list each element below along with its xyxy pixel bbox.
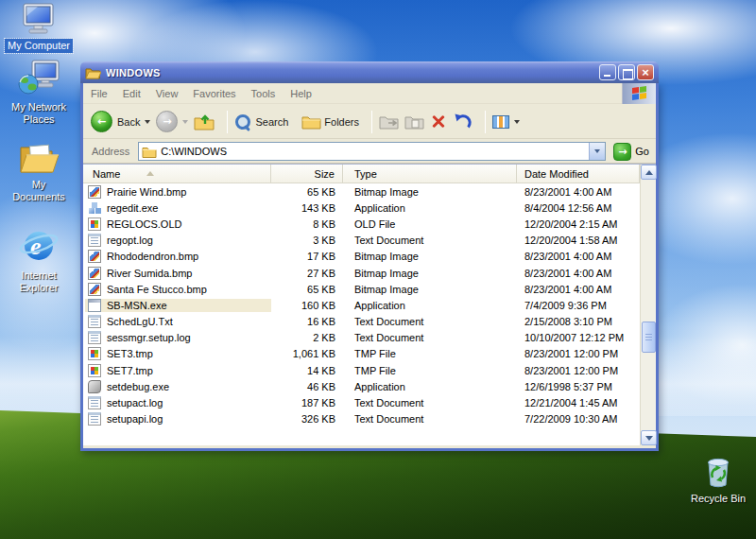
bmp-file-icon (88, 250, 101, 263)
folder-icon (142, 146, 157, 158)
file-row[interactable]: Santa Fe Stucco.bmp65 KBBitmap Image8/23… (83, 281, 640, 297)
desktop-icon-label: My Computer (5, 39, 73, 53)
views-dropdown-icon[interactable] (514, 120, 520, 124)
file-list-pane: Name Size Type Date Modified Prairie Win… (83, 164, 656, 445)
search-icon (234, 113, 250, 130)
file-name: regopt.log (107, 235, 153, 246)
file-type: Bitmap Image (343, 284, 517, 295)
go-button[interactable]: → Go (613, 143, 649, 161)
undo-button[interactable] (453, 113, 472, 130)
menu-file[interactable]: File (83, 85, 115, 102)
file-name: Rhododendron.bmp (107, 251, 198, 262)
file-date: 8/23/2001 4:00 AM (517, 268, 640, 279)
close-button[interactable]: × (637, 64, 654, 80)
file-name-cell: SET7.tmp (85, 364, 271, 377)
file-name: setdebug.exe (107, 381, 169, 392)
desktop-icon-recycle-bin[interactable]: Recycle Bin (681, 452, 755, 506)
up-button[interactable] (194, 113, 215, 130)
toolbar-separator (227, 111, 228, 133)
file-row[interactable]: SET7.tmp14 KBTMP File8/23/2001 12:00 PM (83, 362, 640, 378)
back-button[interactable]: ← Back (91, 111, 150, 132)
move-to-button[interactable] (379, 114, 399, 130)
desktop-icon-my-computer[interactable]: My Computer (2, 3, 76, 53)
file-row[interactable]: regedit.exe143 KBApplication8/4/2004 12:… (83, 200, 640, 216)
back-dropdown-icon[interactable] (145, 120, 150, 124)
go-arrow-icon: → (618, 146, 627, 158)
vertical-scrollbar[interactable] (640, 165, 656, 445)
maximize-button[interactable] (618, 64, 635, 80)
desktop-icon-label: Internet Explorer (2, 269, 76, 295)
file-type: Text Document (343, 397, 517, 409)
appwindow-file-icon (88, 299, 101, 312)
file-row[interactable]: setupapi.log326 KBText Document7/22/2009… (83, 411, 640, 427)
file-name-cell: Santa Fe Stucco.bmp (85, 283, 271, 296)
address-dropdown-button[interactable] (589, 143, 605, 160)
scroll-up-button[interactable] (641, 165, 657, 180)
folders-button[interactable]: Folders (301, 114, 359, 130)
file-type: Bitmap Image (343, 186, 517, 198)
column-header-date-modified[interactable]: Date Modified (517, 165, 640, 183)
file-date: 8/23/2001 12:00 PM (517, 365, 640, 376)
desktop-icon-my-documents[interactable]: My Documents (2, 140, 76, 204)
forward-button[interactable]: → (156, 111, 188, 132)
file-type: Text Document (343, 316, 517, 327)
minimize-button[interactable] (599, 64, 616, 80)
scrollbar-thumb[interactable] (642, 322, 656, 353)
file-size: 65 KB (271, 284, 343, 295)
file-row[interactable]: SB-MSN.exe160 KBApplication7/4/2009 9:36… (83, 297, 640, 313)
windows-flag-icon (632, 85, 646, 100)
file-row[interactable]: sessmgr.setup.log2 KBText Document10/10/… (83, 330, 640, 346)
file-row[interactable]: River Sumida.bmp27 KBBitmap Image8/23/20… (83, 265, 640, 281)
file-date: 8/23/2001 12:00 PM (517, 348, 640, 359)
file-name-cell: regopt.log (85, 234, 271, 247)
file-name-cell: setdebug.exe (85, 380, 271, 393)
file-name: setupapi.log (107, 413, 163, 425)
file-date: 7/22/2009 10:30 AM (517, 413, 640, 425)
forward-arrow-icon: → (163, 115, 171, 128)
file-size: 326 KB (271, 413, 343, 425)
column-header-type[interactable]: Type (343, 165, 517, 183)
column-header-name[interactable]: Name (83, 165, 271, 183)
delete-button[interactable] (430, 113, 447, 130)
file-size: 3 KB (271, 235, 343, 246)
scroll-down-button[interactable] (641, 430, 657, 445)
file-row[interactable]: Rhododendron.bmp17 KBBitmap Image8/23/20… (83, 249, 640, 265)
generic-file-icon (88, 217, 101, 231)
bmp-file-icon (88, 283, 101, 296)
text-file-icon (88, 315, 101, 328)
file-row[interactable]: Prairie Wind.bmp65 KBBitmap Image8/23/20… (83, 183, 640, 200)
views-button[interactable] (492, 115, 520, 129)
my-computer-icon (19, 3, 59, 37)
file-name: regedit.exe (107, 202, 158, 214)
desktop-icon-label: My Network Places (2, 100, 76, 127)
file-name-cell: SB-MSN.exe (85, 299, 271, 312)
window-titlebar[interactable]: WINDOWS × (80, 61, 659, 83)
file-name-cell: sessmgr.setup.log (85, 331, 271, 344)
file-row[interactable]: setdebug.exe46 KBApplication12/6/1998 5:… (83, 378, 640, 394)
back-label: Back (117, 116, 140, 128)
text-file-icon (88, 396, 101, 409)
copy-to-button[interactable] (404, 114, 424, 130)
menu-tools[interactable]: Tools (244, 85, 284, 102)
desktop-icon-my-network-places[interactable]: My Network Places (2, 59, 76, 127)
file-row[interactable]: setupact.log187 KBText Document12/21/200… (83, 394, 640, 410)
address-input[interactable]: C:\WINDOWS (138, 142, 606, 161)
file-name: REGLOCS.OLD (107, 218, 181, 230)
file-row[interactable]: REGLOCS.OLD8 KBOLD File12/20/2004 2:15 A… (83, 216, 640, 232)
file-row[interactable]: regopt.log3 KBText Document12/20/2004 1:… (83, 233, 640, 249)
file-name-cell: River Sumida.bmp (85, 267, 271, 280)
search-button[interactable]: Search (234, 113, 288, 130)
file-date: 10/10/2007 12:12 PM (517, 332, 640, 343)
file-row[interactable]: SchedLgU.Txt16 KBText Document2/15/2008 … (83, 314, 640, 330)
file-name-cell: setupapi.log (85, 412, 271, 426)
column-header-size[interactable]: Size (271, 165, 343, 183)
menu-favorites[interactable]: Favorites (185, 85, 243, 102)
file-row[interactable]: SET3.tmp1,061 KBTMP File8/23/2001 12:00 … (83, 346, 640, 362)
desktop-icon-internet-explorer[interactable]: e Internet Explorer (2, 225, 76, 295)
menu-view[interactable]: View (148, 85, 186, 102)
menu-edit[interactable]: Edit (115, 85, 148, 102)
menu-help[interactable]: Help (283, 85, 319, 102)
file-type: Text Document (343, 413, 517, 425)
file-type: Text Document (343, 235, 517, 246)
file-date: 8/23/2001 4:00 AM (517, 251, 640, 262)
